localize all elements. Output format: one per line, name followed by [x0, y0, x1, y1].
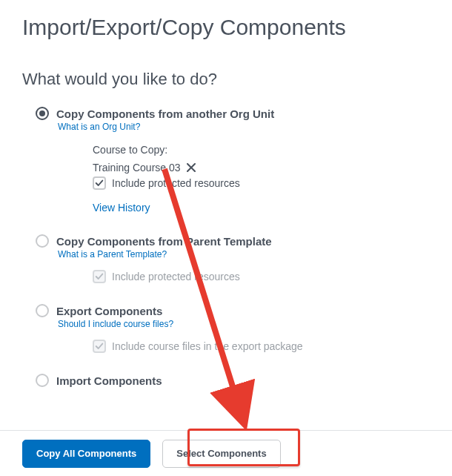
option-label-import: Import Components — [56, 374, 162, 387]
radio-export[interactable] — [36, 304, 49, 317]
radio-import[interactable] — [36, 374, 49, 387]
view-history-link[interactable]: View History — [93, 202, 430, 214]
remove-course-icon[interactable] — [187, 163, 196, 172]
option-label-export: Export Components — [56, 305, 162, 317]
selected-course-name: Training Course 03 — [93, 162, 181, 173]
include-protected-label-org: Include protected resources — [112, 177, 240, 189]
footer-toolbar: Copy All Components Select Components — [0, 430, 452, 476]
option-copy-org: Copy Components from another Org Unit Wh… — [22, 107, 430, 214]
checkbox-include-course-files — [93, 340, 106, 353]
include-protected-label-parent: Include protected resources — [112, 271, 240, 282]
option-copy-parent: Copy Components from Parent Template Wha… — [22, 234, 430, 283]
radio-copy-parent[interactable] — [36, 234, 49, 248]
radio-copy-org[interactable] — [36, 107, 49, 120]
option-export: Export Components Should I include cours… — [22, 304, 430, 353]
option-label-copy-parent: Copy Components from Parent Template — [56, 235, 272, 248]
help-link-course-files[interactable]: Should I include course files? — [22, 319, 430, 329]
page-subtitle: What would you like to do? — [22, 70, 430, 89]
select-components-button[interactable]: Select Components — [162, 440, 280, 468]
option-label-copy-org: Copy Components from another Org Unit — [56, 108, 274, 120]
help-link-org-unit[interactable]: What is an Org Unit? — [22, 122, 430, 132]
checkbox-include-protected-org[interactable] — [93, 176, 106, 190]
help-link-parent-template[interactable]: What is a Parent Template? — [22, 249, 430, 260]
checkbox-include-protected-parent — [93, 270, 106, 283]
course-to-copy-label: Course to Copy: — [93, 144, 430, 156]
page-title: Import/Export/Copy Components — [22, 15, 430, 40]
option-import: Import Components — [22, 374, 430, 387]
copy-all-button[interactable]: Copy All Components — [22, 440, 150, 468]
include-course-files-label: Include course files in the export packa… — [112, 340, 303, 352]
